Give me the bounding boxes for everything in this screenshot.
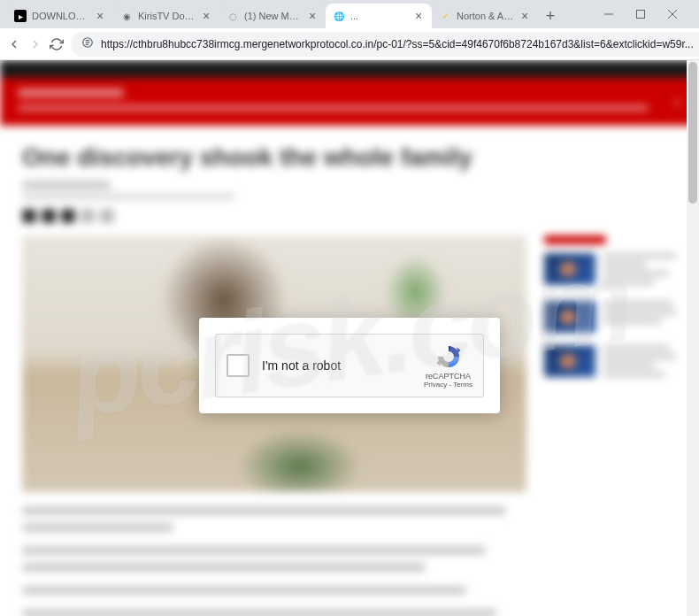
url-text: https://cthbru8hubcc738irmcg.mergenetwor…	[101, 38, 694, 50]
sidebar-item	[544, 253, 677, 289]
browser-titlebar: ▸ DOWNLOAD: Red G × ◉ KirisTV Download I…	[0, 0, 699, 28]
window-controls	[589, 2, 692, 27]
maximize-button[interactable]	[628, 2, 653, 27]
address-bar[interactable]: https://cthbru8hubcc738irmcg.mergenetwor…	[71, 32, 699, 57]
sidebar-item	[544, 301, 677, 333]
site-info-icon[interactable]	[81, 36, 94, 51]
tab-3[interactable]: ◌ (1) New Message! ×	[219, 4, 326, 28]
close-icon[interactable]: ×	[412, 10, 425, 22]
loading-icon: ◌	[227, 10, 239, 22]
minimize-button[interactable]	[596, 2, 621, 27]
tab-title: (1) New Message!	[244, 11, 303, 21]
recaptcha-badge: reCAPTCHA Privacy - Terms	[424, 343, 472, 389]
globe-icon: 🌐	[333, 10, 345, 22]
recaptcha-links: Privacy - Terms	[424, 381, 472, 389]
reload-button[interactable]	[50, 32, 64, 57]
tab-1[interactable]: ▸ DOWNLOAD: Red G ×	[7, 4, 113, 28]
back-button[interactable]	[7, 32, 21, 57]
breaking-banner: ×	[0, 78, 699, 126]
close-icon[interactable]: ×	[518, 10, 531, 22]
tab-title: ...	[350, 11, 409, 21]
favicon-icon: ▸	[14, 10, 27, 22]
scrollbar-thumb[interactable]	[688, 62, 697, 204]
tab-4-active[interactable]: 🌐 ... ×	[326, 4, 432, 28]
recaptcha-widget: I'm not a robot reCAPTCHA Privacy - Term…	[215, 334, 484, 397]
close-icon[interactable]: ×	[306, 10, 319, 22]
recaptcha-brand: reCAPTCHA	[426, 372, 471, 381]
svg-rect-1	[637, 11, 645, 19]
sidebar	[544, 235, 677, 616]
favicon-icon: ◉	[120, 10, 133, 22]
close-button[interactable]	[660, 2, 685, 27]
close-icon[interactable]: ×	[200, 10, 212, 22]
browser-toolbar: https://cthbru8hubcc738irmcg.mergenetwor…	[0, 28, 699, 60]
forward-button[interactable]	[28, 32, 42, 57]
site-nav-bar	[0, 60, 699, 78]
tab-title: Norton & AntiVirus	[457, 11, 515, 21]
new-tab-button[interactable]: +	[538, 4, 563, 28]
recaptcha-label: I'm not a robot	[262, 358, 424, 373]
privacy-link[interactable]: Privacy	[424, 381, 447, 389]
scrollbar[interactable]	[687, 60, 699, 616]
recaptcha-checkbox[interactable]	[227, 354, 250, 377]
tab-title: DOWNLOAD: Red G	[32, 11, 90, 21]
tab-2[interactable]: ◉ KirisTV Download I ×	[113, 4, 219, 28]
tab-5[interactable]: ✓ Norton & AntiVirus ×	[432, 4, 538, 28]
headline: One discovery shook the whole family	[22, 143, 677, 172]
tab-title: KirisTV Download I	[138, 11, 196, 21]
article-body	[22, 506, 526, 616]
page-content: × One discovery shook the whole family	[0, 60, 699, 616]
sidebar-item	[544, 345, 677, 381]
share-row	[22, 209, 677, 223]
captcha-popup: I'm not a robot reCAPTCHA Privacy - Term…	[199, 318, 500, 413]
recaptcha-icon	[435, 343, 462, 370]
tab-strip: ▸ DOWNLOAD: Red G × ◉ KirisTV Download I…	[7, 2, 589, 28]
banner-close-icon: ×	[673, 96, 681, 112]
terms-link[interactable]: Terms	[453, 381, 472, 389]
favicon-icon: ✓	[439, 10, 451, 22]
close-icon[interactable]: ×	[94, 10, 106, 22]
